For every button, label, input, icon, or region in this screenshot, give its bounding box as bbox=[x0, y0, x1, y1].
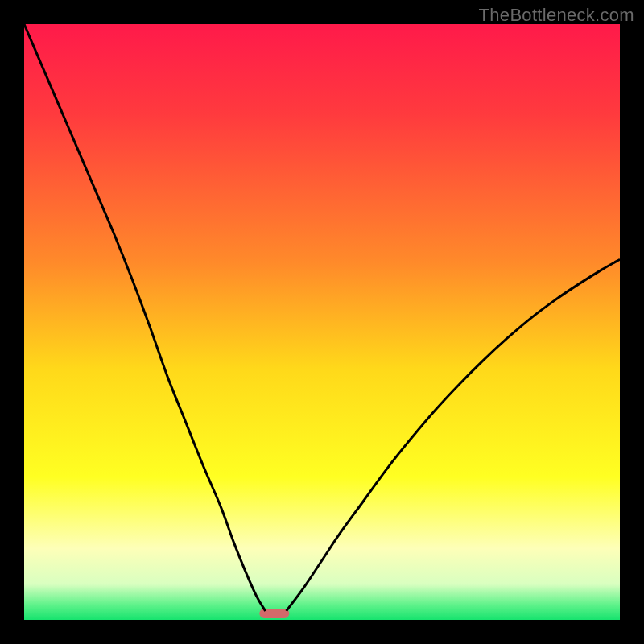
chart-frame: TheBottleneck.com bbox=[0, 0, 644, 644]
bottleneck-curve-plot bbox=[24, 24, 620, 620]
gradient-background bbox=[24, 24, 620, 620]
watermark-text: TheBottleneck.com bbox=[479, 5, 634, 26]
